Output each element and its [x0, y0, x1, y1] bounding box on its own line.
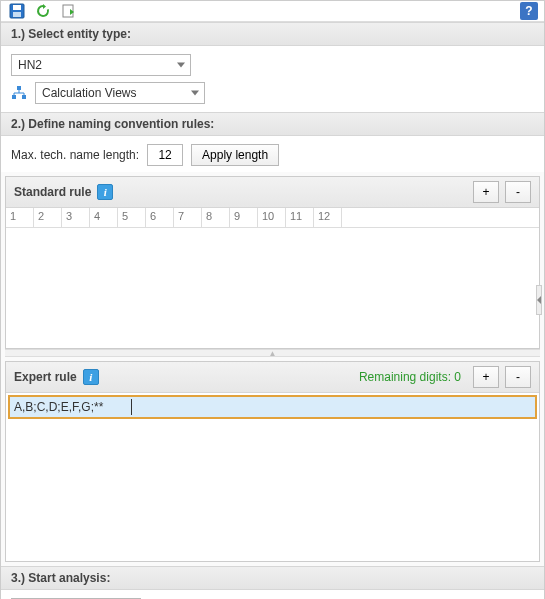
- save-icon[interactable]: [7, 1, 27, 21]
- max-length-label: Max. tech. name length:: [11, 148, 139, 162]
- standard-rule-panel: Standard rule i + - 123456789101112: [5, 176, 540, 349]
- svg-rect-2: [13, 12, 21, 17]
- entity-type-select[interactable]: HN2: [11, 54, 191, 76]
- max-length-input[interactable]: [147, 144, 183, 166]
- view-type-select[interactable]: Calculation Views: [35, 82, 205, 104]
- expert-add-button[interactable]: +: [473, 366, 499, 388]
- standard-info-icon[interactable]: i: [97, 184, 113, 200]
- standard-rule-body[interactable]: [6, 228, 539, 348]
- expert-rule-header: Expert rule i Remaining digits: 0 + -: [6, 362, 539, 393]
- section3-header: 3.) Start analysis:: [1, 566, 544, 590]
- section3-body: Start Analysis: [1, 590, 544, 599]
- ruler-cell: 6: [146, 208, 174, 227]
- ruler-cell: 11: [286, 208, 314, 227]
- expert-rule-row: A,B;C,D;E,F,G;**: [8, 395, 537, 419]
- section2-header: 2.) Define naming convention rules:: [1, 112, 544, 136]
- help-icon[interactable]: ?: [520, 2, 538, 20]
- svg-rect-1: [13, 5, 21, 10]
- ruler-cell: 2: [34, 208, 62, 227]
- expert-remove-button[interactable]: -: [505, 366, 531, 388]
- remaining-digits-label: Remaining digits: 0: [359, 370, 461, 384]
- svg-rect-6: [22, 95, 26, 99]
- export-icon[interactable]: [59, 1, 79, 21]
- main-toolbar: ?: [1, 1, 544, 22]
- section2-body: Max. tech. name length: Apply length: [1, 136, 544, 172]
- ruler-cell: 1: [6, 208, 34, 227]
- svg-rect-4: [17, 86, 21, 90]
- expert-rule-panel: Expert rule i Remaining digits: 0 + - A,…: [5, 361, 540, 562]
- svg-rect-5: [12, 95, 16, 99]
- expert-rule-input[interactable]: A,B;C,D;E,F,G;**: [12, 399, 132, 415]
- ruler-cell: 10: [258, 208, 286, 227]
- standard-remove-button[interactable]: -: [505, 181, 531, 203]
- ruler-cell: 7: [174, 208, 202, 227]
- app-window: ? 1.) Select entity type: HN2 Calculatio…: [0, 0, 545, 599]
- standard-rule-title: Standard rule: [14, 185, 91, 199]
- ruler-cell: 9: [230, 208, 258, 227]
- ruler-cell: 8: [202, 208, 230, 227]
- ruler-cell: 12: [314, 208, 342, 227]
- section1-header: 1.) Select entity type:: [1, 22, 544, 46]
- expert-rule-title: Expert rule: [14, 370, 77, 384]
- view-type-value: Calculation Views: [42, 86, 137, 100]
- standard-rule-header: Standard rule i + -: [6, 177, 539, 208]
- entity-type-value: HN2: [18, 58, 42, 72]
- expand-handle-icon[interactable]: [536, 285, 542, 315]
- refresh-icon[interactable]: [33, 1, 53, 21]
- apply-length-button[interactable]: Apply length: [191, 144, 279, 166]
- section1-body: HN2 Calculation Views: [1, 46, 544, 112]
- hierarchy-icon[interactable]: [11, 85, 27, 101]
- standard-add-button[interactable]: +: [473, 181, 499, 203]
- ruler-cell: 3: [62, 208, 90, 227]
- ruler-cell: 4: [90, 208, 118, 227]
- standard-rule-ruler: 123456789101112: [6, 208, 539, 228]
- panel-splitter[interactable]: ▲: [5, 349, 540, 357]
- expert-rule-body[interactable]: [6, 421, 539, 561]
- expert-info-icon[interactable]: i: [83, 369, 99, 385]
- ruler-cell: 5: [118, 208, 146, 227]
